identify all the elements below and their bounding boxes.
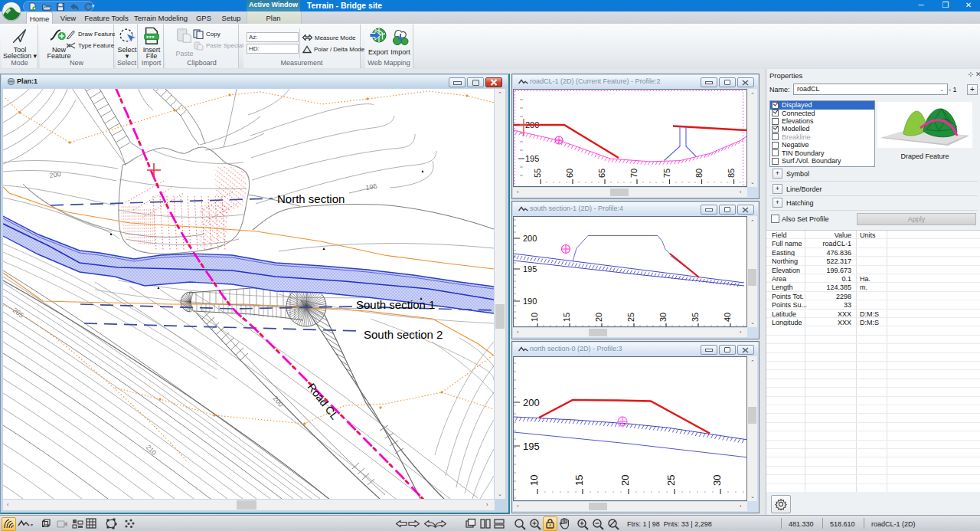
svg-text:15: 15: [573, 475, 585, 486]
svg-text:20: 20: [619, 475, 631, 486]
svg-text:80: 80: [694, 169, 704, 178]
svg-text:25: 25: [665, 475, 677, 486]
svg-text:North section: North section: [277, 192, 345, 205]
svg-text:40: 40: [723, 313, 732, 322]
svg-text:195: 195: [365, 182, 377, 192]
svg-text:60: 60: [565, 169, 574, 178]
svg-text:15: 15: [562, 313, 571, 322]
svg-text:25: 25: [626, 313, 635, 322]
svg-text:10: 10: [528, 475, 540, 486]
svg-text:200: 200: [271, 395, 284, 408]
svg-text:200: 200: [523, 234, 537, 243]
svg-text:30: 30: [658, 313, 668, 322]
svg-text:Road CL: Road CL: [305, 381, 341, 422]
svg-text:200: 200: [523, 397, 540, 408]
svg-text:70: 70: [629, 169, 639, 178]
svg-text:South section 2: South section 2: [364, 328, 443, 341]
svg-text:30: 30: [711, 475, 723, 486]
svg-text:10: 10: [530, 313, 539, 322]
svg-text:210: 210: [145, 443, 158, 457]
svg-text:55: 55: [533, 169, 542, 178]
svg-text:20: 20: [594, 313, 603, 322]
svg-text:200: 200: [49, 170, 61, 179]
svg-text:South section 1: South section 1: [356, 298, 435, 311]
svg-text:195: 195: [523, 264, 537, 274]
svg-text:195: 195: [525, 154, 539, 163]
svg-text:65: 65: [597, 169, 606, 178]
svg-text:195: 195: [523, 441, 540, 452]
svg-text:35: 35: [691, 313, 700, 322]
svg-text:85: 85: [727, 169, 736, 178]
svg-text:190: 190: [523, 297, 537, 306]
svg-text:75: 75: [662, 169, 671, 178]
